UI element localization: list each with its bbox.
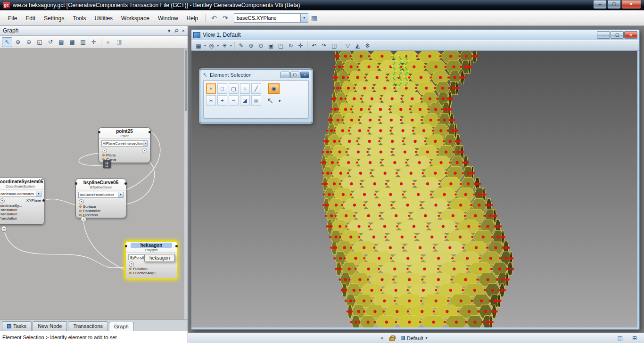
new-mode-button[interactable]: ∗: [206, 95, 216, 106]
pan-view-button[interactable]: ✛: [296, 41, 305, 50]
subtract-mode-button[interactable]: −: [229, 95, 239, 106]
window-area-button[interactable]: ▣: [266, 41, 276, 50]
menu-window[interactable]: Window: [154, 14, 182, 23]
collapse-button[interactable]: ▾: [0, 198, 5, 204]
pan-button[interactable]: ✛: [89, 37, 99, 47]
fit-view-button[interactable]: ◳: [276, 41, 286, 50]
view-titlebar[interactable]: View 1, Default – ▢ ×: [191, 30, 639, 40]
minimize-button[interactable]: –: [593, 0, 607, 9]
layout-view-button[interactable]: ▥: [78, 37, 88, 47]
clip-mask-button[interactable]: ◭: [353, 41, 363, 50]
scrollbar-thumb[interactable]: [185, 50, 187, 111]
menu-utilities[interactable]: Utilities: [90, 14, 117, 23]
play-button[interactable]: ▸: [103, 37, 114, 47]
chevron-down-icon[interactable]: ▾: [279, 98, 281, 103]
menu-help[interactable]: Help: [182, 14, 203, 23]
redo-button[interactable]: ↷: [220, 14, 231, 22]
port-dot[interactable]: [102, 154, 105, 156]
clip-volume-button[interactable]: ▽: [343, 41, 353, 50]
image-view-button[interactable]: ▤: [56, 37, 66, 47]
line-button[interactable]: ╱: [251, 83, 261, 94]
lock-icon[interactable]: [389, 337, 395, 341]
close-button[interactable]: ×: [300, 72, 309, 78]
select-tool-button[interactable]: ↖: [2, 37, 12, 47]
menu-workspace[interactable]: Workspace: [117, 14, 154, 23]
view-presentation-button[interactable]: ◎: [207, 41, 216, 50]
view-brightness-button[interactable]: ☀: [220, 41, 229, 50]
snapshot-button[interactable]: ◨: [114, 37, 124, 47]
input-dot[interactable]: [75, 182, 77, 185]
undo-button[interactable]: ↶: [208, 14, 220, 22]
output-dot[interactable]: [124, 182, 127, 185]
minimize-button[interactable]: –: [281, 72, 289, 78]
update-view-button[interactable]: ✎: [237, 41, 246, 50]
port-dot[interactable]: [129, 268, 132, 270]
collapse-button[interactable]: ▾: [79, 199, 84, 204]
zoom-window-button[interactable]: ◱: [34, 37, 45, 47]
node-coordinateSystem05[interactable]: coordinateSystem05 CoordinateSystem cart…: [0, 178, 44, 225]
zoom-in-button[interactable]: ⊕: [13, 37, 23, 47]
circle-button[interactable]: ○: [240, 83, 250, 94]
plane-picker-icon[interactable]: ▦: [308, 14, 320, 22]
menu-file[interactable]: File: [4, 14, 21, 23]
grid-node-button[interactable]: ⣿: [103, 160, 111, 168]
graph-scrollbar[interactable]: [184, 49, 188, 319]
port-dot[interactable]: [79, 214, 82, 216]
menu-tools[interactable]: Tools: [68, 14, 90, 23]
technique-select[interactable]: IsoCurveFromSurface ▾: [78, 192, 124, 198]
selection-method-button[interactable]: ◉: [268, 83, 280, 94]
details-panel-icon[interactable]: ◫: [618, 335, 623, 342]
chevron-down-icon[interactable]: ▾: [426, 336, 428, 340]
block-button[interactable]: □: [217, 83, 227, 94]
copy-view-button[interactable]: ◫: [330, 41, 339, 50]
close-button[interactable]: ×: [621, 0, 641, 9]
output-dot[interactable]: [42, 199, 45, 202]
zoom-in-button[interactable]: ⊕: [247, 41, 256, 50]
base-cs-combobox[interactable]: baseCS.XYPlane ▾: [234, 13, 308, 23]
output-dot[interactable]: [149, 131, 151, 133]
pin-icon[interactable]: ⚲: [173, 27, 180, 34]
view-next-button[interactable]: ↷: [320, 41, 329, 50]
chevron-down-icon[interactable]: ▾: [230, 44, 232, 48]
chevron-down-icon[interactable]: ▾: [204, 44, 206, 48]
add-mode-button[interactable]: +: [217, 95, 227, 106]
chevron-down-icon[interactable]: ▾: [168, 28, 171, 34]
input-dot[interactable]: [125, 245, 127, 247]
input-dot[interactable]: [98, 131, 100, 133]
previous-view-button[interactable]: ↺: [45, 37, 56, 47]
active-level-control[interactable]: Default ▾: [401, 335, 428, 341]
tab-graph[interactable]: Graph: [109, 322, 134, 331]
view-properties-button[interactable]: ⚙: [363, 41, 372, 50]
port-dot[interactable]: [129, 272, 132, 274]
output-dot[interactable]: [175, 245, 178, 247]
snaps-icon[interactable]: ⌖: [380, 335, 384, 342]
node-expand-button[interactable]: ▾: [1, 226, 7, 232]
chevron-down-icon[interactable]: ▾: [300, 14, 308, 22]
zoom-out-button[interactable]: ⊖: [256, 41, 266, 50]
node-expand-button[interactable]: ▾: [81, 216, 87, 222]
node-bsplineCurve05[interactable]: bsplineCurve05 BSplineCurve IsoCurveFrom…: [75, 179, 126, 218]
technique-select[interactable]: AtPlaneCurveIntersection ▾: [101, 140, 148, 147]
port-dot[interactable]: [79, 210, 82, 212]
minimize-button[interactable]: –: [597, 31, 610, 39]
tab-tasks[interactable]: Tasks: [2, 321, 32, 331]
port-dot[interactable]: [79, 205, 82, 208]
node-point25[interactable]: point25 Point AtPlaneCurveIntersection ▾…: [99, 127, 150, 163]
close-icon[interactable]: ×: [182, 28, 185, 34]
chevron-down-icon[interactable]: ▾: [143, 141, 148, 146]
collapse-button[interactable]: ▾: [102, 148, 107, 153]
tab-new-node[interactable]: New Node: [33, 321, 67, 331]
tab-transactions[interactable]: Transactions: [68, 321, 108, 331]
tasks-panel-icon[interactable]: ⊞: [632, 335, 637, 342]
individual-button[interactable]: ⌖: [206, 83, 216, 94]
chevron-down-icon[interactable]: ▾: [36, 191, 41, 196]
collapse-button[interactable]: ▾: [129, 261, 134, 267]
chevron-down-icon[interactable]: ▾: [217, 44, 219, 48]
collapse-button[interactable]: ▾: [142, 148, 147, 153]
close-button[interactable]: ×: [624, 31, 637, 39]
rotate-view-button[interactable]: ↻: [286, 41, 296, 50]
menu-settings[interactable]: Settings: [40, 14, 68, 23]
element-selection-titlebar[interactable]: ↖ Element Selection – ▢ ×: [200, 70, 312, 80]
table-view-button[interactable]: ▦: [67, 37, 77, 47]
element-selection-dialog[interactable]: ↖ Element Selection – ▢ × ⌖□▢○╱∗+−◪◎ ◉ ↖…: [200, 69, 312, 123]
